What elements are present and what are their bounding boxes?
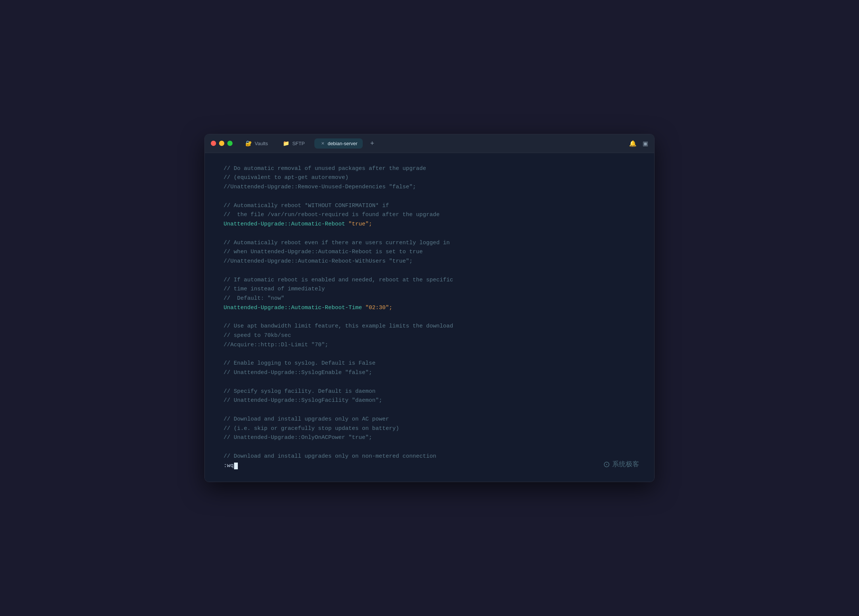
vaults-icon: 🔐: [245, 140, 252, 146]
line-7: Unattended-Upgrade::Automatic-Reboot "tr…: [223, 220, 639, 229]
line-9: // Automatically reboot even if there ar…: [223, 239, 639, 248]
line-18: // Use apt bandwidth limit feature, this…: [223, 322, 639, 331]
line-19: // speed to 70kb/sec: [223, 331, 639, 341]
tab-vaults-label: Vaults: [255, 141, 268, 146]
line-14: // time instead of immediately: [223, 285, 639, 294]
line-21: [223, 350, 639, 360]
watermark: ⊙ 系统极客: [603, 458, 639, 471]
watermark-icon: ⊙: [603, 458, 610, 471]
line-17: [223, 313, 639, 322]
line-26: // Unattended-Upgrade::SyslogFacility "d…: [223, 396, 639, 405]
tab-debian-server-label: debian-server: [328, 141, 358, 146]
tab-sftp-label: SFTP: [292, 141, 305, 146]
line-3: //Unattended-Upgrade::Remove-Unused-Depe…: [223, 183, 639, 192]
line-6: // the file /var/run/reboot-required is …: [223, 211, 639, 220]
notification-icon[interactable]: 🔔: [629, 140, 637, 147]
traffic-lights: [211, 141, 233, 146]
line-5: // Automatically reboot *WITHOUT CONFIRM…: [223, 202, 639, 211]
line-31: [223, 443, 639, 452]
line-20: //Acquire::http::Dl-Limit "70";: [223, 341, 639, 350]
titlebar-actions: 🔔 ▣: [629, 140, 648, 147]
minimize-button[interactable]: [219, 141, 224, 146]
line-30: // Unattended-Upgrade::OnlyOnACPower "tr…: [223, 433, 639, 443]
line-11: //Unattended-Upgrade::Automatic-Reboot-W…: [223, 257, 639, 266]
watermark-text: 系统极客: [612, 459, 639, 470]
terminal-cursor: [234, 463, 238, 469]
maximize-button[interactable]: [227, 141, 233, 146]
line-25: // Specify syslog facility. Default is d…: [223, 387, 639, 397]
tab-sftp[interactable]: 📁 SFTP: [278, 138, 310, 149]
line-cursor: :wq: [223, 461, 639, 471]
terminal-body[interactable]: // Do automatic removal of unused packag…: [205, 153, 654, 482]
tab-vaults[interactable]: 🔐 Vaults: [240, 138, 273, 149]
line-12: [223, 266, 639, 276]
line-16: Unattended-Upgrade::Automatic-Reboot-Tim…: [223, 303, 639, 313]
line-24: [223, 378, 639, 387]
titlebar: 🔐 Vaults 📁 SFTP ✕ debian-server + 🔔 ▣: [205, 134, 654, 153]
line-15: // Default: "now": [223, 294, 639, 303]
line-28: // Download and install upgrades only on…: [223, 415, 639, 424]
tab-debian-server[interactable]: ✕ debian-server: [314, 138, 363, 149]
line-4: [223, 192, 639, 202]
line-29: // (i.e. skip or gracefully stop updates…: [223, 424, 639, 434]
new-tab-button[interactable]: +: [367, 138, 377, 149]
line-13: // If automatic reboot is enabled and ne…: [223, 276, 639, 285]
sftp-icon: 📁: [283, 140, 289, 146]
line-32: // Download and install upgrades only on…: [223, 452, 639, 461]
line-2: // (equivalent to apt-get autoremove): [223, 173, 639, 183]
line-23: // Unattended-Upgrade::SyslogEnable "fal…: [223, 368, 639, 378]
line-27: [223, 405, 639, 415]
line-10: // when Unattended-Upgrade::Automatic-Re…: [223, 248, 639, 257]
line-1: // Do automatic removal of unused packag…: [223, 164, 639, 174]
tab-close-icon[interactable]: ✕: [321, 141, 325, 146]
close-button[interactable]: [211, 141, 216, 146]
terminal-window: 🔐 Vaults 📁 SFTP ✕ debian-server + 🔔 ▣ //…: [205, 134, 654, 482]
line-22: // Enable logging to syslog. Default is …: [223, 359, 639, 368]
line-8: [223, 229, 639, 239]
layout-icon[interactable]: ▣: [643, 140, 648, 147]
